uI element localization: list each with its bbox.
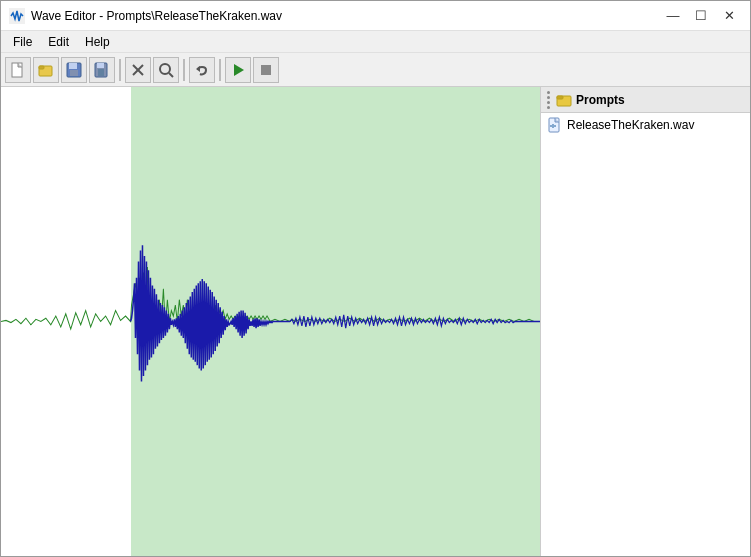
title-bar: Wave Editor - Prompts\ReleaseTheKraken.w…: [1, 1, 750, 31]
svg-rect-3: [39, 66, 44, 69]
stop-button[interactable]: [253, 57, 279, 83]
audio-file-icon: [547, 117, 563, 133]
new-button[interactable]: [5, 57, 31, 83]
cut-button[interactable]: [125, 57, 151, 83]
window-title: Wave Editor - Prompts\ReleaseTheKraken.w…: [31, 9, 282, 23]
menu-help[interactable]: Help: [77, 33, 118, 51]
panel-drag-handle[interactable]: [545, 91, 552, 109]
undo-button[interactable]: [189, 57, 215, 83]
panel-title: Prompts: [576, 93, 625, 107]
svg-point-12: [160, 64, 170, 74]
title-bar-left: Wave Editor - Prompts\ReleaseTheKraken.w…: [9, 8, 282, 24]
toolbar: [1, 53, 750, 87]
svg-rect-5: [69, 63, 77, 69]
undo-icon: [194, 62, 210, 78]
save-button[interactable]: [61, 57, 87, 83]
svg-rect-8: [97, 63, 104, 68]
play-icon: [230, 62, 246, 78]
file-item-label: ReleaseTheKraken.wav: [567, 118, 694, 132]
play-button[interactable]: [225, 57, 251, 83]
menu-file[interactable]: File: [5, 33, 40, 51]
content-area: Prompts ReleaseTheKraken.wav: [1, 87, 750, 556]
save-as-icon: [94, 62, 110, 78]
svg-marker-14: [196, 66, 200, 72]
file-panel: Prompts ReleaseTheKraken.wav: [540, 87, 750, 556]
title-bar-controls: — ☐ ✕: [660, 6, 742, 26]
close-button[interactable]: ✕: [716, 6, 742, 26]
svg-marker-15: [234, 64, 244, 76]
open-icon: [38, 62, 54, 78]
menu-bar: File Edit Help: [1, 31, 750, 53]
maximize-button[interactable]: ☐: [688, 6, 714, 26]
zoom-icon: [158, 62, 174, 78]
open-button[interactable]: [33, 57, 59, 83]
cut-icon: [130, 62, 146, 78]
app-icon: [9, 8, 25, 24]
waveform-area[interactable]: [1, 87, 540, 556]
toolbar-separator-2: [183, 59, 185, 81]
svg-rect-18: [557, 96, 563, 99]
waveform-svg: [1, 87, 540, 556]
svg-rect-9: [98, 69, 104, 76]
svg-rect-16: [261, 65, 271, 75]
svg-rect-1: [12, 63, 22, 77]
magnify-button[interactable]: [153, 57, 179, 83]
minimize-button[interactable]: —: [660, 6, 686, 26]
main-window: Wave Editor - Prompts\ReleaseTheKraken.w…: [0, 0, 751, 557]
save-icon: [66, 62, 82, 78]
svg-rect-6: [70, 70, 78, 76]
stop-icon: [258, 62, 274, 78]
file-item-release-the-kraken[interactable]: ReleaseTheKraken.wav: [541, 113, 750, 137]
svg-line-13: [169, 73, 173, 77]
toolbar-separator-3: [219, 59, 221, 81]
new-icon: [10, 62, 26, 78]
save-as-button[interactable]: [89, 57, 115, 83]
panel-header: Prompts: [541, 87, 750, 113]
toolbar-separator-1: [119, 59, 121, 81]
menu-edit[interactable]: Edit: [40, 33, 77, 51]
folder-icon: [556, 92, 572, 108]
